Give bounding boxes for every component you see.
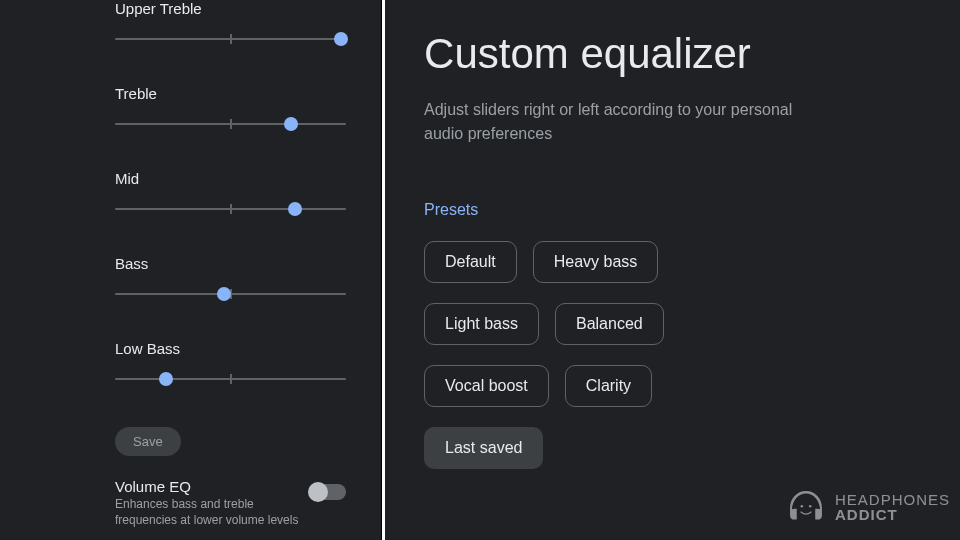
slider-row: Upper Treble [115,0,346,47]
custom-equalizer-panel: Custom equalizer Adjust sliders right or… [384,0,960,540]
eq-slider[interactable] [115,286,346,302]
slider-row: Mid [115,170,346,217]
presets-heading: Presets [424,201,920,219]
volume-eq-toggle[interactable] [310,484,346,500]
preset-chip[interactable]: Light bass [424,303,539,345]
eq-slider[interactable] [115,116,346,132]
toggle-thumb [308,482,328,502]
preset-chip[interactable]: Heavy bass [533,241,659,283]
panel-divider [382,0,385,540]
slider-thumb[interactable] [159,372,173,386]
slider-center-tick [230,34,232,44]
slider-center-tick [230,119,232,129]
slider-thumb[interactable] [284,117,298,131]
slider-row: Low Bass [115,340,346,387]
preset-chip[interactable]: Balanced [555,303,664,345]
slider-label: Upper Treble [115,0,346,17]
slider-row: Treble [115,85,346,132]
preset-row: DefaultHeavy bass [424,241,920,283]
volume-eq-subtitle: Enhances bass and treble frequencies at … [115,497,300,528]
preset-chip[interactable]: Default [424,241,517,283]
preset-row: Light bassBalanced [424,303,920,345]
slider-thumb[interactable] [288,202,302,216]
preset-chip[interactable]: Last saved [424,427,543,469]
preset-chip[interactable]: Vocal boost [424,365,549,407]
slider-thumb[interactable] [217,287,231,301]
page-title: Custom equalizer [424,30,920,78]
eq-slider[interactable] [115,371,346,387]
eq-slider[interactable] [115,201,346,217]
slider-label: Treble [115,85,346,102]
slider-label: Low Bass [115,340,346,357]
preset-row: Last saved [424,427,920,469]
slider-center-tick [230,204,232,214]
slider-label: Mid [115,170,346,187]
volume-eq-title: Volume EQ [115,478,300,495]
preset-chip[interactable]: Clarity [565,365,652,407]
equalizer-sliders-panel: Upper TrebleTrebleMidBassLow Bass Save V… [0,0,381,540]
page-subtitle: Adjust sliders right or left according t… [424,98,824,146]
volume-eq-row: Volume EQ Enhances bass and treble frequ… [115,474,346,528]
save-button[interactable]: Save [115,427,181,456]
eq-slider[interactable] [115,31,346,47]
slider-label: Bass [115,255,346,272]
preset-row: Vocal boostClarity [424,365,920,407]
slider-center-tick [230,374,232,384]
slider-thumb[interactable] [334,32,348,46]
slider-row: Bass [115,255,346,302]
